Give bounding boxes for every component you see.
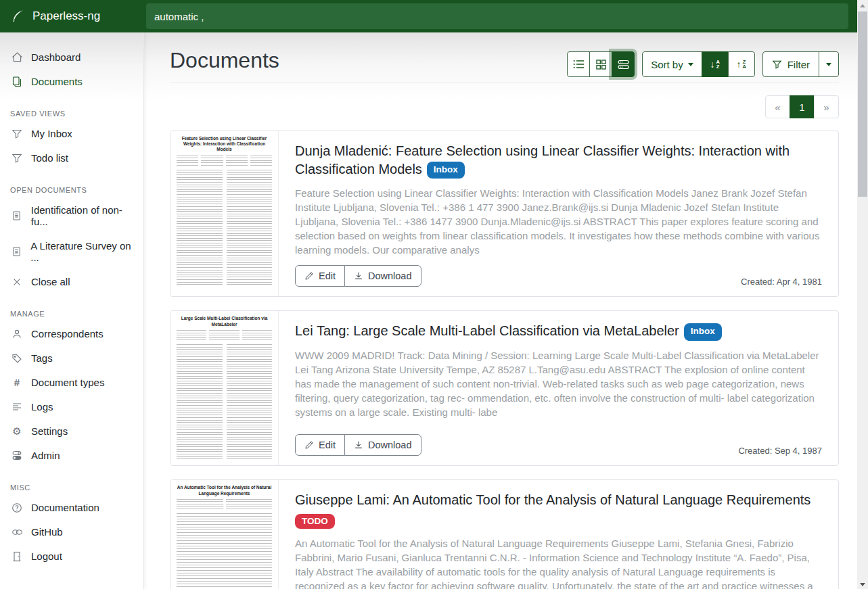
- document-title-link[interactable]: Lei Tang: Large Scale Multi-Label Classi…: [295, 322, 822, 340]
- document-card: Feature Selection using Linear Classifie…: [170, 131, 839, 297]
- sidebar-item-label: Documents: [31, 76, 83, 87]
- person-icon: [10, 329, 24, 339]
- sidebar-item-settings[interactable]: ⚙ Settings: [0, 420, 143, 442]
- chevron-down-icon: [826, 63, 831, 66]
- sidebar-item-github[interactable]: GitHub: [0, 521, 143, 543]
- sidebar-section-heading: SAVED VIEWS: [0, 110, 143, 118]
- file-text-icon: [10, 210, 24, 221]
- sort-descending-button[interactable]: ↓AZ: [702, 51, 729, 77]
- document-title-link[interactable]: Dunja Mladenić: Feature Selection using …: [295, 142, 822, 179]
- hash-icon: #: [10, 377, 24, 388]
- document-card-body: Giuseppe Lami: An Automatic Tool for the…: [279, 480, 838, 589]
- document-snippet: An Automatic Tool for the Analysis of Na…: [295, 536, 822, 589]
- pagination-page-1-button[interactable]: 1: [790, 95, 815, 118]
- sidebar-item-logs[interactable]: Logs: [0, 396, 143, 418]
- sidebar-item-close-all[interactable]: Close all: [0, 270, 143, 293]
- document-actions: Edit Download: [295, 434, 421, 456]
- sidebar-item-label: Tags: [31, 352, 53, 364]
- sidebar-item-correspondents[interactable]: Correspondents: [0, 323, 143, 345]
- toolbar: Sort by ↓AZ ↑ZA Filter: [567, 51, 839, 77]
- tag-badge: TODO: [295, 514, 335, 529]
- sidebar-item-logout[interactable]: Logout: [0, 545, 143, 567]
- sidebar-item-dashboard[interactable]: Dashboard: [0, 46, 143, 68]
- thumbnail-body: [177, 513, 272, 589]
- sidebar-item-label: Documentation: [31, 502, 99, 513]
- sidebar-item-documents[interactable]: Documents: [0, 70, 143, 93]
- filter-dropdown-button[interactable]: [819, 51, 839, 77]
- document-card: An Automatic Tool for the Analysis of Na…: [170, 479, 839, 589]
- download-icon: [354, 440, 363, 450]
- edit-button[interactable]: Edit: [295, 434, 345, 456]
- funnel-icon: [10, 153, 24, 164]
- sidebar-item-label: Logs: [31, 401, 53, 413]
- sidebar-item-label: Logout: [31, 550, 62, 562]
- document-list: Feature Selection using Linear Classifie…: [170, 131, 839, 589]
- sort-alpha-up-icon: ↑ZA: [736, 60, 746, 69]
- document-card-footer: Edit Download Created: Sep 4, 1987: [295, 426, 822, 456]
- pencil-icon: [304, 271, 314, 281]
- created-date: Created: Apr 4, 1981: [741, 277, 822, 287]
- vertical-scrollbar[interactable]: [857, 0, 868, 589]
- feather-icon: [10, 9, 25, 24]
- door-icon: [10, 551, 24, 562]
- document-card-body: Lei Tang: Large Scale Multi-Label Classi…: [279, 311, 838, 465]
- filter-button[interactable]: Filter: [762, 51, 819, 77]
- sidebar-item-my-inbox[interactable]: My Inbox: [0, 122, 143, 145]
- document-card: Large Scale Multi-Label Classification v…: [170, 310, 839, 466]
- sidebar-section-heading: OPEN DOCUMENTS: [0, 186, 143, 194]
- list-view-button[interactable]: [567, 51, 590, 77]
- tag-badge: Inbox: [684, 323, 722, 340]
- thumbnail-paper-title: Large Scale Multi-Label Classification v…: [177, 316, 272, 327]
- document-thumbnail[interactable]: Large Scale Multi-Label Classification v…: [170, 311, 279, 465]
- thumbnail-body: [177, 344, 272, 461]
- pagination-next-button[interactable]: »: [814, 95, 839, 118]
- sidebar-item-todo-list[interactable]: Todo list: [0, 147, 143, 169]
- house-icon: [10, 51, 24, 63]
- sidebar-item-documentation[interactable]: Documentation: [0, 496, 143, 519]
- sidebar-item-open-doc-2[interactable]: A Literature Survey on ...: [0, 235, 143, 268]
- toggles-icon: [10, 450, 24, 461]
- document-snippet: Feature Selection using Linear Classifie…: [295, 186, 822, 257]
- details-view-button[interactable]: [612, 51, 635, 77]
- tag-badge: Inbox: [427, 162, 465, 179]
- sidebar-item-label: Dashboard: [31, 51, 81, 63]
- document-thumbnail[interactable]: An Automatic Tool for the Analysis of Na…: [170, 480, 279, 589]
- brand-link[interactable]: Paperless-ng: [0, 9, 144, 24]
- sidebar-item-label: My Inbox: [31, 128, 72, 139]
- pencil-icon: [304, 440, 314, 450]
- scroll-down-arrow-icon[interactable]: [860, 583, 865, 586]
- sort-ascending-button[interactable]: ↑ZA: [728, 51, 755, 77]
- search-input[interactable]: [146, 3, 848, 29]
- sidebar-item-document-types[interactable]: # Document types: [0, 371, 143, 394]
- top-navbar: Paperless-ng: [0, 0, 857, 32]
- pagination-prev-button[interactable]: «: [765, 95, 790, 118]
- edit-button[interactable]: Edit: [295, 265, 345, 287]
- scroll-up-arrow-icon[interactable]: [860, 4, 865, 7]
- sidebar-item-label: Identification of non-fu...: [31, 204, 138, 227]
- document-actions: Edit Download: [295, 265, 421, 287]
- document-thumbnail[interactable]: Feature Selection using Linear Classifie…: [170, 131, 279, 296]
- sidebar-item-open-doc-1[interactable]: Identification of non-fu...: [0, 199, 143, 233]
- badge-row: TODO: [295, 514, 822, 529]
- thumbnail-authors: [177, 156, 272, 166]
- file-text-icon: [10, 246, 23, 257]
- sidebar-item-tags[interactable]: Tags: [0, 347, 143, 369]
- filter-group: Filter: [762, 51, 839, 77]
- question-circle-icon: [10, 502, 24, 513]
- sort-by-dropdown[interactable]: Sort by: [642, 51, 702, 77]
- gear-icon: ⚙: [10, 426, 24, 436]
- pagination: « 1 »: [170, 95, 839, 118]
- thumbnail-body: [177, 170, 272, 286]
- scrollbar-thumb[interactable]: [858, 11, 867, 197]
- sidebar-item-admin[interactable]: Admin: [0, 444, 143, 467]
- grid-view-button[interactable]: [589, 51, 612, 77]
- document-title-link[interactable]: Giuseppe Lami: An Automatic Tool for the…: [295, 491, 822, 509]
- download-button[interactable]: Download: [344, 434, 421, 456]
- sort-group: Sort by ↓AZ ↑ZA: [642, 51, 755, 77]
- documents-icon: [10, 76, 24, 87]
- list-lines-icon: [10, 402, 24, 412]
- sidebar-item-label: A Literature Survey on ...: [30, 240, 138, 263]
- download-button[interactable]: Download: [344, 265, 421, 287]
- document-card-body: Dunja Mladenić: Feature Selection using …: [279, 131, 838, 296]
- document-snippet: WWW 2009 MADRID! Track: Data Mining / Se…: [295, 348, 822, 419]
